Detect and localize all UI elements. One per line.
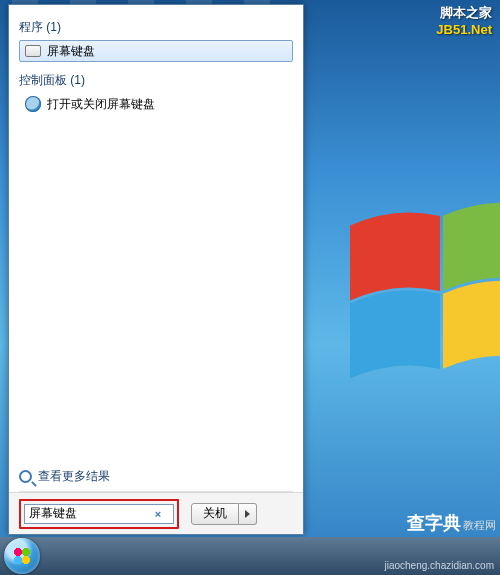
search-input[interactable] [29, 507, 147, 521]
search-results-area: 程序 (1) 屏幕键盘 控制面板 (1) 打开或关闭屏幕键盘 [9, 5, 303, 462]
watermark-top-right: 脚本之家 JB51.Net [436, 4, 492, 37]
see-more-label: 查看更多结果 [38, 468, 110, 485]
result-item-label: 屏幕键盘 [47, 43, 95, 60]
start-button[interactable] [4, 538, 40, 574]
section-header-control-panel: 控制面板 (1) [19, 72, 293, 89]
keyboard-icon [25, 45, 41, 57]
watermark-bottom-right: 查字典 教程网 [407, 511, 496, 535]
shutdown-split-button: 关机 [191, 503, 257, 525]
search-icon [19, 470, 32, 483]
search-box[interactable]: × [24, 504, 174, 524]
watermark-url: jiaocheng.chazidian.com [384, 560, 494, 571]
shutdown-options-arrow[interactable] [239, 503, 257, 525]
start-menu-search-panel: 程序 (1) 屏幕键盘 控制面板 (1) 打开或关闭屏幕键盘 查看更多结果 × … [8, 4, 304, 535]
section-header-programs: 程序 (1) [19, 19, 293, 36]
result-item-label: 打开或关闭屏幕键盘 [47, 96, 155, 113]
see-more-results-link[interactable]: 查看更多结果 [9, 462, 303, 491]
result-item-toggle-osk[interactable]: 打开或关闭屏幕键盘 [19, 93, 293, 115]
clear-search-icon[interactable]: × [151, 507, 165, 521]
result-item-on-screen-keyboard[interactable]: 屏幕键盘 [19, 40, 293, 62]
shutdown-button[interactable]: 关机 [191, 503, 239, 525]
control-panel-icon [25, 96, 41, 112]
start-menu-bottom-bar: × 关机 [9, 492, 303, 534]
search-box-highlight: × [19, 499, 179, 529]
